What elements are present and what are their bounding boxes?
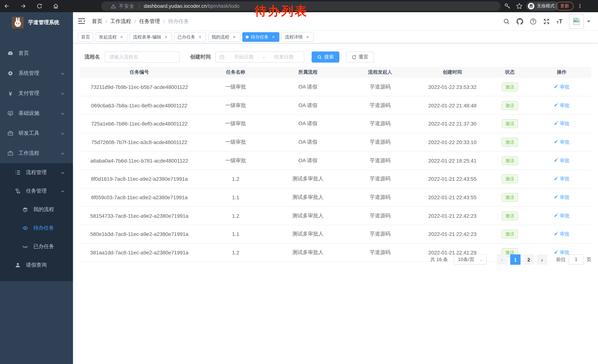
cell-name: 一级审批 (199, 133, 273, 151)
approve-link[interactable]: 审批 (554, 139, 569, 146)
process-name-input[interactable]: 请输入流程名 (105, 51, 180, 63)
collapse-menu-icon[interactable] (78, 18, 85, 25)
sidebar-item-工作流程[interactable]: 工作流程 (0, 143, 73, 163)
tab-我的流程[interactable]: 我的流程× (208, 32, 240, 42)
cell-process: 测试多审批人 (273, 170, 343, 188)
sidebar-item-label: 请假查询 (26, 262, 47, 268)
cell-process: OA 请假 (273, 96, 343, 114)
sidebar-item-流程管理[interactable]: 流程管理 (0, 163, 73, 182)
close-tab-icon[interactable]: × (271, 32, 276, 41)
cell-created: 2022-01-21 22:42:23 (417, 225, 488, 243)
app-logo[interactable]: 芋道管理系统 (0, 12, 73, 33)
approve-link[interactable]: 审批 (554, 176, 569, 182)
update-button[interactable]: 更新 (556, 2, 573, 10)
browser-menu-icon[interactable]: ⋮ (577, 2, 582, 10)
approve-link[interactable]: 审批 (554, 212, 569, 219)
next-page-button[interactable]: › (537, 254, 547, 265)
date-range-input[interactable]: 开始日期 - 结束日期 (215, 51, 304, 63)
approve-link[interactable]: 审批 (554, 157, 569, 164)
table-row: 8f0d1619-7ac8-11ec-a9e2-a2380e71991a1.2测… (80, 170, 591, 188)
approve-link[interactable]: 审批 (554, 102, 569, 109)
bookmark-star-icon[interactable] (516, 3, 523, 10)
page-size-select[interactable]: 10条/页 (454, 254, 486, 265)
column-header: 任务编号 (80, 67, 199, 78)
tab-label: 流程详情 (285, 32, 303, 41)
github-icon[interactable] (516, 18, 523, 25)
cell-created: 2022-01-22 18:25:41 (417, 152, 488, 170)
tab-label: 待办任务 (251, 32, 269, 41)
table-row: 58154733-7ac8-11ec-a9e2-a2380e71991a1.2测… (80, 207, 591, 225)
robot-icon (22, 207, 28, 212)
sidebar-item-系统管理[interactable]: 系统管理 (0, 63, 73, 83)
sidebar-item-基础设施[interactable]: 基础设施 (0, 103, 73, 123)
approve-link[interactable]: 审批 (554, 83, 569, 90)
pagination: 共 16 条 10条/页 ‹ 12 › 前往 1 页 (430, 254, 591, 265)
table-row: 73211d9d-7b9b-11ec-b5b7-acde48001122一级审批… (80, 78, 591, 96)
sidebar-item-研发工具[interactable]: 研发工具 (0, 123, 73, 143)
search-icon[interactable] (503, 18, 510, 25)
sidebar-item-请假查询[interactable]: 请假查询 (0, 256, 73, 274)
password-key-icon[interactable] (504, 3, 511, 10)
cell-id: 58154733-7ac8-11ec-a9e2-a2380e71991a (80, 207, 199, 225)
status-badge: 激活 (502, 82, 518, 91)
edit-icon (554, 84, 558, 90)
sidebar-item-首页[interactable]: 首页 (0, 43, 73, 63)
tab-流程表单-编辑[interactable]: 流程表单-编辑× (130, 32, 172, 42)
prev-page-button[interactable]: ‹ (497, 254, 507, 265)
page-button-1[interactable]: 1 (510, 254, 521, 265)
close-tab-icon[interactable]: × (163, 32, 169, 41)
reload-icon[interactable] (36, 2, 43, 10)
forward-icon[interactable] (19, 2, 27, 10)
chevron-down-icon (60, 170, 65, 175)
breadcrumb-item[interactable]: 首页 (92, 18, 102, 25)
help-icon[interactable] (530, 18, 537, 25)
edit-icon (554, 194, 558, 200)
cell-name: 1.2 (199, 243, 273, 262)
close-tab-icon[interactable]: × (119, 32, 124, 41)
home-icon[interactable] (52, 2, 59, 10)
fontsize-icon[interactable]: TT (556, 18, 562, 24)
tab-首页[interactable]: 首页 (78, 32, 93, 42)
list-icon (15, 170, 21, 176)
sidebar-item-支付管理[interactable]: ¥支付管理 (0, 83, 73, 103)
chevron-down-icon[interactable] (587, 20, 590, 23)
sidebar-item-任务管理[interactable]: 任务管理 (0, 182, 73, 200)
sidebar-item-我的流程[interactable]: 我的流程 (0, 200, 73, 219)
process-name-label: 流程名 (84, 54, 100, 60)
status-badge: 激活 (502, 175, 518, 184)
close-tab-icon[interactable]: × (232, 32, 237, 41)
user-menu[interactable] (569, 14, 590, 29)
sidebar-item-待办任务[interactable]: 待办任务 (0, 219, 73, 237)
breadcrumb-item[interactable]: 任务管理 (139, 18, 160, 25)
search-button[interactable]: 搜索 (312, 51, 339, 63)
sidebar-item-label: 待办任务 (33, 225, 54, 231)
sidebar-menu: 首页系统管理¥支付管理基础设施研发工具工作流程流程管理任务管理我的流程待办任务已… (0, 33, 73, 281)
approve-link[interactable]: 审批 (554, 120, 569, 127)
close-tab-icon[interactable]: × (198, 32, 203, 41)
breadcrumb-item[interactable]: 工作流程 (110, 18, 131, 25)
gear-icon (8, 70, 13, 76)
tab-流程详情[interactable]: 流程详情× (282, 32, 314, 42)
chevron-up-icon (60, 189, 65, 193)
tab-待办任务[interactable]: 待办任务× (242, 32, 279, 42)
cell-id: 75d72608-7b7f-11ec-a3c8-acde48001122 (80, 133, 199, 151)
fullscreen-icon[interactable] (543, 18, 550, 25)
cell-starter: 芋道源码 (343, 152, 417, 170)
back-icon[interactable] (3, 2, 10, 10)
avatar[interactable] (569, 14, 584, 29)
security-chip[interactable]: 不安全 (119, 3, 134, 9)
reset-button[interactable]: 重置 (346, 51, 374, 63)
sidebar-item-已办任务[interactable]: 已办任务 (0, 237, 73, 256)
approve-link[interactable]: 审批 (554, 231, 569, 238)
goto-page-input[interactable]: 1 (569, 254, 583, 265)
tab-已办任务[interactable]: 已办任务× (174, 32, 206, 42)
cell-id: 8f059c03-7ac8-11ec-a9e2-a2380e71991a (80, 188, 199, 206)
breadcrumb: 首页/工作流程/任务管理/待办任务 (92, 18, 189, 25)
approve-link[interactable]: 审批 (554, 194, 569, 201)
status-badge: 激活 (502, 138, 518, 147)
tab-发起流程[interactable]: 发起流程× (96, 32, 127, 42)
close-tab-icon[interactable]: × (305, 32, 310, 41)
sidebar-item-label: 基础设施 (18, 110, 39, 117)
column-header: 任务名称 (199, 67, 273, 78)
page-button-2[interactable]: 2 (523, 254, 534, 265)
